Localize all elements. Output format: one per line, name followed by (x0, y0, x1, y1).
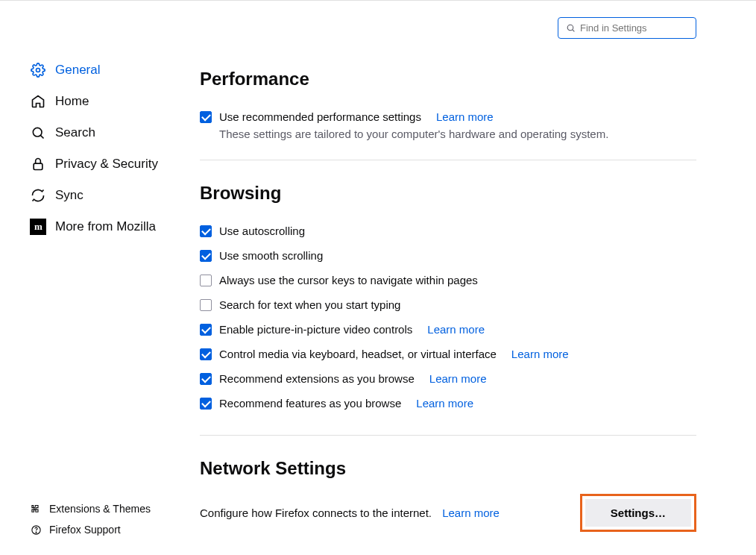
sidebar-item-home[interactable]: Home (30, 86, 179, 117)
puzzle-icon (30, 503, 42, 515)
mozilla-icon: m (30, 219, 46, 235)
lock-icon (30, 156, 46, 172)
sidebar-item-general[interactable]: General (30, 54, 179, 86)
svg-point-6 (567, 25, 573, 31)
checkbox-label: Control media via keyboard, headset, or … (219, 348, 497, 360)
question-icon (30, 524, 42, 536)
sidebar-item-sync[interactable]: Sync (30, 180, 179, 211)
sidebar: General Home Search Privacy & Security (0, 1, 179, 555)
learn-more-link[interactable]: Learn more (429, 372, 487, 385)
search-input[interactable] (580, 22, 705, 34)
learn-more-link[interactable]: Learn more (416, 397, 473, 410)
learn-more-link[interactable]: Learn more (436, 110, 494, 123)
sidebar-item-label: Search (55, 125, 95, 140)
gear-icon (30, 62, 46, 78)
checkbox-autoscrolling[interactable] (200, 225, 212, 237)
checkbox-label: Recommend features as you browse (219, 397, 401, 410)
sidebar-item-search[interactable]: Search (30, 117, 179, 148)
checkbox-search-on-type[interactable] (200, 299, 212, 311)
performance-section: Performance Use recommended performance … (200, 69, 696, 140)
checkbox-media-keys[interactable] (200, 348, 212, 360)
learn-more-link[interactable]: Learn more (511, 348, 569, 360)
checkbox-label: Use recommended performance settings (219, 110, 421, 123)
checkbox-pip[interactable] (200, 324, 212, 336)
checkbox-label: Search for text when you start typing (219, 298, 400, 311)
network-heading: Network Settings (200, 458, 696, 479)
sync-icon (30, 187, 46, 204)
checkbox-label: Enable picture-in-picture video controls (219, 323, 412, 336)
footer-item-label: Firefox Support (49, 524, 121, 536)
svg-point-0 (37, 69, 40, 72)
learn-more-link[interactable]: Learn more (442, 507, 500, 519)
sidebar-item-label: More from Mozilla (55, 219, 156, 234)
svg-rect-3 (34, 163, 42, 169)
browsing-heading: Browsing (200, 183, 696, 204)
search-box[interactable] (558, 17, 696, 39)
checkbox-label: Recommend extensions as you browse (219, 372, 415, 385)
checkbox-recommend-extensions[interactable] (200, 373, 212, 385)
learn-more-link[interactable]: Learn more (427, 323, 485, 336)
sidebar-item-label: Privacy & Security (55, 157, 158, 172)
performance-subtext: These settings are tailored to your comp… (200, 128, 696, 140)
sidebar-item-label: General (55, 63, 100, 78)
checkbox-label: Use autoscrolling (219, 225, 305, 237)
search-icon (30, 125, 46, 141)
network-description: Configure how Firefox connects to the in… (200, 507, 432, 519)
checkbox-recommended-performance[interactable] (200, 111, 212, 123)
main-content: Performance Use recommended performance … (179, 1, 756, 555)
search-icon (566, 23, 576, 33)
settings-button-highlight: Settings… (580, 494, 696, 532)
footer-item-label: Extensions & Themes (49, 503, 151, 515)
sidebar-item-more-mozilla[interactable]: m More from Mozilla (30, 211, 179, 242)
network-settings-button[interactable]: Settings… (585, 499, 691, 527)
checkbox-cursor-keys[interactable] (200, 275, 212, 286)
browsing-section: Browsing Use autoscrolling Use smooth sc… (200, 160, 696, 416)
sidebar-item-label: Sync (55, 188, 84, 203)
home-icon (30, 93, 46, 110)
sidebar-item-label: Home (55, 94, 89, 109)
sidebar-item-privacy[interactable]: Privacy & Security (30, 148, 179, 180)
svg-point-1 (33, 128, 42, 137)
checkbox-label: Always use the cursor keys to navigate w… (219, 274, 478, 286)
checkbox-smooth-scrolling[interactable] (200, 250, 212, 262)
checkbox-recommend-features[interactable] (200, 398, 212, 410)
svg-line-7 (573, 30, 575, 32)
svg-point-5 (36, 532, 37, 533)
network-section: Network Settings Configure how Firefox c… (200, 435, 696, 532)
svg-line-2 (40, 135, 43, 138)
footer-extensions-themes[interactable]: Extensions & Themes (30, 498, 179, 519)
checkbox-label: Use smooth scrolling (219, 249, 323, 262)
performance-heading: Performance (200, 69, 696, 90)
footer-firefox-support[interactable]: Firefox Support (30, 519, 179, 540)
